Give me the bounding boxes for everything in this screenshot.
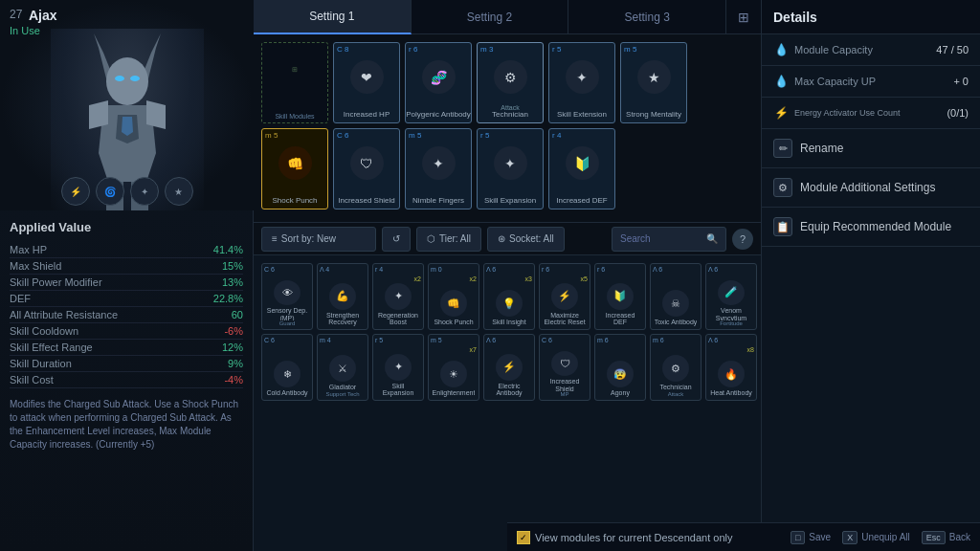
module-list-item[interactable]: r 6 🔰 Increased DEF [594,263,646,330]
mlc-name: Skill Expansion [376,383,420,397]
stat-value: 41.4% [213,244,243,255]
mod-cap-5: m 5 [265,131,278,140]
tab-setting1[interactable]: Setting 1 [254,0,412,34]
equipped-module-8[interactable]: r 5 ✦ Skill Expansion [477,128,544,209]
module-additional-settings-btn[interactable]: ⚙ Module Additional Settings [762,168,980,208]
equipped-module-4[interactable]: m 5 ★ Strong Mentality [620,42,687,123]
view-checkbox[interactable]: ✓ [517,531,530,544]
mod-icon-5: 👊 [278,146,312,180]
stat-row: Skill Cost-4% [10,372,243,388]
unequip-key[interactable]: X Unequip All [842,531,910,544]
skill-icon-2[interactable]: 🌀 [96,177,124,206]
tab-setting3[interactable]: Setting 3 [568,0,726,34]
equipped-module-7[interactable]: m 5 ✦ Nimble Fingers [405,128,472,209]
module-grid-top: ⊞ Skill Modules C 8 ❤ Increased HP r 6 🧬… [254,34,761,223]
mod-label-6: Increased Shield [334,197,399,206]
skill-icon-4[interactable]: ★ [165,177,193,206]
tier-filter[interactable]: ⬡ Tier: All [416,227,481,252]
mod-label-0: Increased HP [334,111,399,120]
module-list-item[interactable]: r 4 x2 ✦ Regeneration Boost [372,263,424,330]
module-list-item[interactable]: Λ 6 x3 💡 Skill Insight [483,263,535,330]
stat-value: 12% [222,342,243,353]
save-label: Save [809,532,831,542]
equipped-module-6[interactable]: C 6 🛡 Increased Shield [333,128,400,209]
mlc-cap: r 5 [375,337,383,343]
skill-icon-1[interactable]: ⚡ [61,177,90,206]
search-placeholder: Search [620,233,651,244]
tabs-row: Setting 1 Setting 2 Setting 3 ⊞ [254,0,761,34]
module-list-item[interactable]: r 5 ✦ Skill Expansion [372,334,424,401]
equipped-row-2: m 5 👊 Shock Punch C 6 🛡 Increased Shield… [261,128,753,209]
mlc-cap: r 6 [542,266,549,273]
mod-icon-4: ★ [637,60,671,94]
mlc-stack: x8 [747,346,754,353]
mod-label-8: Skill Expansion [478,197,543,206]
module-list-item[interactable]: C 6 🛡 Increased Shield MP [539,334,590,401]
mlc-icon: 💪 [329,283,356,310]
equipped-module-3[interactable]: r 5 ✦ Skill Extension [548,42,615,123]
sort-filter[interactable]: ≡ Sort by: New [261,227,376,252]
module-list-item[interactable]: m 4 ⚔ Gladiator Support Tech [317,334,368,401]
module-list-item[interactable]: Λ 6 ☠ Toxic Antibody [650,263,702,330]
socket-filter[interactable]: ⊛ Socket: All [487,227,565,252]
skill-icon-3[interactable]: ✦ [130,177,159,206]
tab-setting2[interactable]: Setting 2 [412,0,569,34]
unequip-key-badge: X [842,531,858,544]
back-key[interactable]: Esc Back [922,531,970,544]
svg-point-2 [106,57,148,105]
skill-module-slot[interactable]: ⊞ Skill Modules [261,42,328,123]
equip-recommended-label: Equip Recommended Module [800,220,951,233]
checkbox-area[interactable]: ✓ View modules for current Descendant on… [517,531,732,544]
equip-recommended-btn[interactable]: 📋 Equip Recommended Module [762,208,980,247]
module-list-item[interactable]: m 0 x2 👊 Shock Punch [428,263,479,330]
mlc-stack: x2 [414,276,421,282]
save-key[interactable]: □ Save [791,531,831,544]
mlc-icon: ⚔ [329,355,356,382]
module-list-item[interactable]: Λ 4 💪 Strengthen Recovery [317,263,368,330]
right-panel: Details 💧 Module Capacity 47 / 50 💧 Max … [761,0,980,551]
search-icon: 🔍 [706,233,718,244]
mlc-tag: Fortitude [720,320,743,326]
mlc-name: Increased DEF [598,312,642,326]
help-btn[interactable]: ? [732,229,753,250]
module-settings-label: Module Additional Settings [800,181,935,194]
module-list-item[interactable]: Λ 6 🧪 Venom Syncytium Fortitude [705,263,757,330]
character-name: Ajax [29,8,57,23]
equipped-module-0[interactable]: C 8 ❤ Increased HP [333,42,400,123]
mod-label-2: Technician [478,111,543,120]
mlc-tag: Guard [279,320,296,326]
module-list-item[interactable]: Λ 6 ⚡ Electric Antibody [483,334,535,401]
equipped-module-9[interactable]: r 4 🔰 Increased DEF [548,128,615,209]
stat-value: 9% [228,358,243,369]
equipped-module-1[interactable]: r 6 🧬 Polygenic Antibody [405,42,472,123]
mlc-cap: Λ 6 [486,337,496,343]
mlc-cap: Λ 4 [320,266,329,273]
mod-cap-9: r 4 [552,131,561,140]
module-list-item[interactable]: m 5 x7 ☀ Enlightenment [428,334,479,401]
applied-value-section: Applied Value Max HP41.4%Max Shield15%Sk… [0,210,253,461]
stat-row: Max Shield15% [10,258,243,275]
module-list-item[interactable]: m 6 ⚙ Technician Attack [650,334,702,401]
module-list-item[interactable]: r 6 x5 ⚡ Maximize Electric Reset [539,263,590,330]
search-box[interactable]: Search 🔍 [612,227,726,252]
mlc-cap: Λ 6 [486,266,496,273]
module-list-item[interactable]: Λ 6 x8 🔥 Heat Antibody [705,334,757,401]
equipped-module-2[interactable]: m 3 ⚙ Technician Attack [477,42,544,123]
stat-row: Skill Duration9% [10,356,243,372]
equipped-module-5[interactable]: m 5 👊 Shock Punch [261,128,328,209]
sort-icon: ≡ [272,233,278,244]
rename-btn[interactable]: ✏ Rename [762,129,980,168]
applied-value-title: Applied Value [10,220,243,234]
module-list-item[interactable]: C 6 👁 Sensory Dep. (MP) Guard [261,263,313,330]
stat-value: 22.8% [213,293,243,304]
mod-tag-2: Attack [501,104,519,111]
module-list-item[interactable]: m 6 😰 Agony [594,334,646,401]
refresh-btn[interactable]: ↺ [382,227,411,252]
mlc-name: Enlightenment [433,389,476,397]
mlc-icon: 👊 [440,290,467,317]
tab-grid-btn[interactable]: ⊞ [726,0,761,34]
mlc-icon: ⚙ [662,355,689,382]
module-settings-icon: ⚙ [773,178,792,197]
stat-name: Skill Cost [10,374,54,386]
module-list-item[interactable]: C 6 ❄ Cold Antibody [261,334,313,401]
